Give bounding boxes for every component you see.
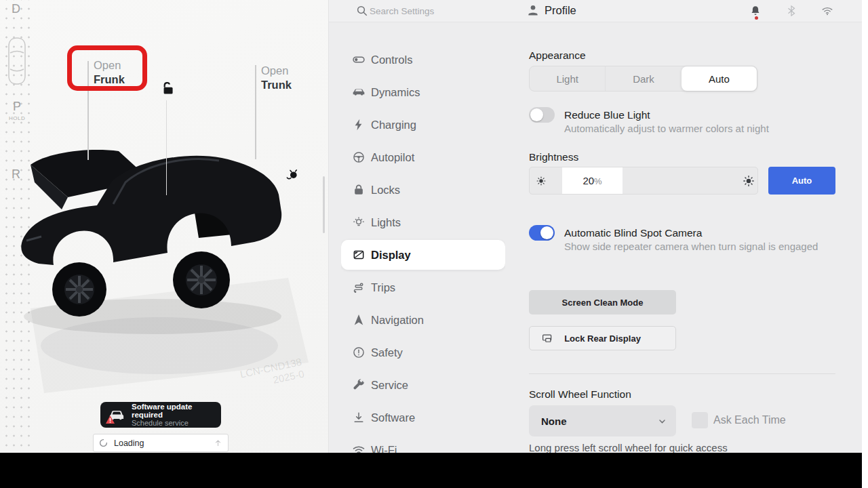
sidebar-item-label: Wi-Fi	[371, 444, 397, 453]
locks-icon	[352, 183, 366, 197]
scroll-wheel-dropdown[interactable]: None	[529, 405, 676, 436]
sidebar-item-dynamics[interactable]: Dynamics	[341, 76, 505, 108]
sidebar-item-label: Locks	[371, 184, 400, 197]
software-update-toast[interactable]: Software update required Schedule servic…	[100, 402, 221, 428]
sidebar-item-controls[interactable]: Controls	[341, 43, 505, 76]
reduce-blue-light-toggle[interactable]	[529, 107, 555, 123]
sidebar-item-label: Safety	[371, 346, 403, 359]
brightness-value: 20	[583, 175, 594, 186]
toast-car-icon	[108, 409, 125, 421]
screen-clean-mode-button[interactable]: Screen Clean Mode	[529, 290, 676, 314]
blind-spot-title: Automatic Blind Spot Camera	[564, 227, 702, 239]
charging-icon	[352, 118, 366, 131]
open-trunk-word2: Trunk	[261, 78, 292, 92]
sidebar-item-safety[interactable]: Safety	[341, 336, 505, 369]
brightness-unit: %	[594, 176, 602, 186]
warning-icon	[106, 415, 115, 424]
dynamics-icon	[352, 85, 366, 99]
sidebar-item-software[interactable]: Software	[341, 401, 505, 434]
brightness-auto-button[interactable]: Auto	[768, 167, 835, 195]
panel-scrollbar[interactable]	[323, 176, 325, 233]
appearance-heading: Appearance	[529, 49, 586, 62]
blind-spot-description: Show side repeater camera when turn sign…	[564, 241, 818, 252]
navigation-icon	[352, 313, 366, 327]
sidebar-item-label: Dynamics	[371, 86, 420, 99]
screen-edge	[862, 0, 868, 488]
trunk-leader-line	[255, 65, 256, 159]
sidebar-item-label: Display	[371, 249, 411, 262]
software-icon	[352, 411, 366, 424]
sidebar-item-locks[interactable]: Locks	[341, 174, 505, 206]
settings-sidebar: ControlsDynamicsChargingAutopilotLocksLi…	[341, 43, 505, 453]
lock-rear-display-button[interactable]: Lock Rear Display	[529, 326, 676, 350]
settings-panel: Profile ControlsDynamicsChargingAutopilo…	[329, 0, 868, 453]
display-icon	[352, 248, 366, 262]
scroll-up-icon[interactable]	[214, 439, 222, 447]
gear-park[interactable]: P	[13, 100, 21, 114]
toast-subtitle: Schedule service	[132, 419, 221, 427]
sidebar-item-navigation[interactable]: Navigation	[341, 304, 505, 336]
appearance-segmented-control: LightDarkAuto	[529, 66, 757, 92]
scroll-wheel-hint: Long press left scroll wheel for quick a…	[529, 442, 728, 453]
sidebar-item-label: Software	[371, 411, 415, 424]
sidebar-item-label: Controls	[371, 54, 412, 66]
ask-each-time-checkbox[interactable]	[692, 412, 708, 428]
gear-drive[interactable]: D	[12, 2, 20, 16]
sidebar-item-wi-fi[interactable]: Wi-Fi	[341, 434, 505, 453]
sidebar-item-label: Charging	[371, 119, 416, 131]
brightness-heading: Brightness	[529, 151, 578, 163]
vehicle-visualization-panel: D P HOLD R	[0, 0, 329, 453]
sidebar-item-service[interactable]: Service	[341, 369, 505, 401]
sidebar-item-label: Lights	[371, 216, 401, 229]
appearance-option-dark[interactable]: Dark	[605, 66, 681, 91]
sidebar-item-label: Service	[371, 379, 408, 392]
bottom-dock: 18.0 i	[0, 453, 868, 488]
wifi-icon	[352, 443, 366, 453]
open-trunk-word1: Open	[261, 64, 292, 78]
search-icon[interactable]	[356, 5, 368, 17]
open-trunk-button[interactable]: Open Trunk	[261, 64, 292, 92]
search-input[interactable]	[370, 3, 505, 18]
brightness-low-icon	[535, 175, 547, 187]
display-settings-content: Appearance LightDarkAuto Reduce Blue Lig…	[529, 0, 835, 453]
brightness-slider[interactable]: 20%	[529, 167, 758, 195]
toast-title: Software update required	[132, 403, 221, 419]
rear-display-icon	[540, 332, 554, 344]
scroll-wheel-heading: Scroll Wheel Function	[529, 388, 631, 401]
lights-icon	[352, 216, 366, 229]
brightness-high-icon	[741, 174, 756, 188]
safety-icon	[352, 346, 366, 359]
charge-port-icon[interactable]	[285, 169, 300, 183]
appearance-option-light[interactable]: Light	[530, 66, 605, 91]
loading-widget[interactable]: Loading	[93, 434, 229, 452]
sidebar-item-display[interactable]: Display	[341, 240, 505, 270]
loading-label: Loading	[114, 439, 144, 448]
car-top-icon	[5, 35, 29, 87]
section-divider	[529, 373, 835, 374]
reduce-blue-light-title: Reduce Blue Light	[564, 109, 650, 121]
reduce-blue-light-description: Automatically adjust to warmer colors at…	[564, 123, 769, 134]
sidebar-item-label: Trips	[371, 281, 395, 294]
unlocked-icon[interactable]	[159, 80, 176, 98]
spinner-icon	[99, 439, 108, 447]
lock-rear-display-label: Lock Rear Display	[564, 333, 641, 344]
tesla-ui: D P HOLD R	[0, 0, 868, 488]
service-icon	[352, 378, 366, 392]
lock-leader-line	[166, 100, 167, 195]
ask-each-time-label: Ask Each Time	[713, 414, 786, 426]
scroll-wheel-value: None	[541, 415, 567, 427]
sidebar-item-autopilot[interactable]: Autopilot	[341, 141, 505, 174]
sidebar-item-label: Navigation	[371, 314, 424, 327]
chevron-down-icon	[656, 415, 668, 427]
gear-park-hold: HOLD	[9, 115, 25, 121]
autopilot-icon	[352, 150, 366, 164]
sidebar-item-lights[interactable]: Lights	[341, 206, 505, 239]
highlight-annotation-box	[67, 45, 147, 91]
appearance-option-auto[interactable]: Auto	[682, 66, 757, 91]
sidebar-item-charging[interactable]: Charging	[341, 108, 505, 141]
brightness-fill[interactable]: 20%	[562, 167, 623, 194]
trips-icon	[352, 281, 366, 294]
controls-icon	[352, 53, 366, 66]
blind-spot-camera-toggle[interactable]	[529, 225, 555, 241]
sidebar-item-trips[interactable]: Trips	[341, 271, 505, 304]
